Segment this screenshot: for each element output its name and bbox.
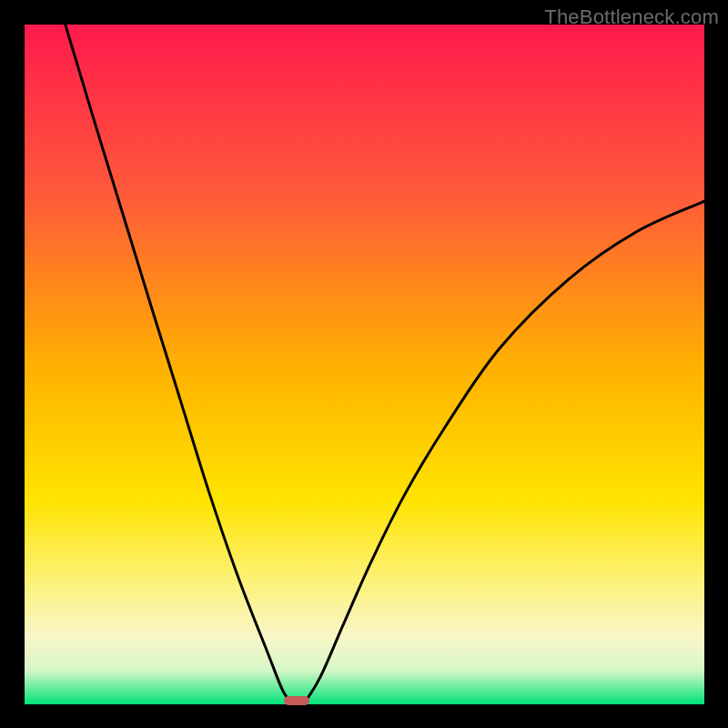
curve-right-branch [303,201,704,704]
bottleneck-curve [25,25,704,704]
plot-area [25,25,704,704]
watermark-text: TheBottleneck.com [544,5,719,29]
optimal-point-marker [284,696,309,705]
chart-frame: TheBottleneck.com [0,0,728,728]
curve-left-branch [66,25,293,704]
